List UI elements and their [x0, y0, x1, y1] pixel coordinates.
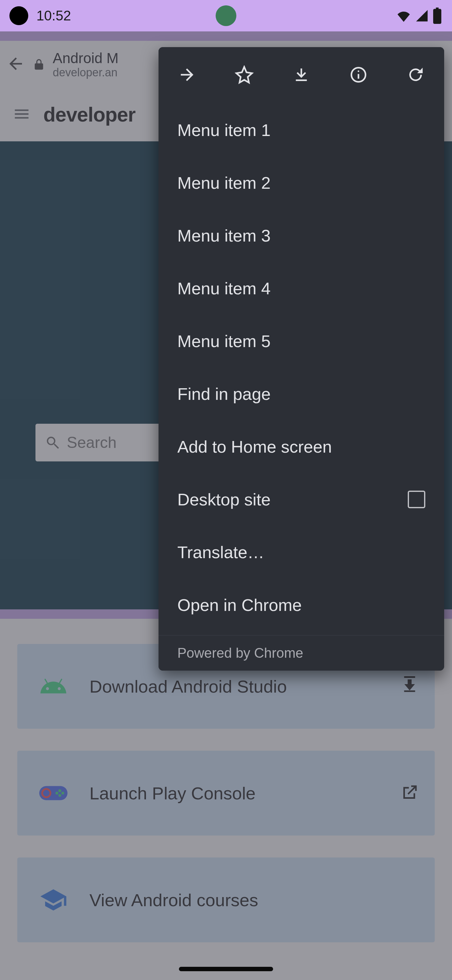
download-icon	[292, 65, 311, 86]
cards: Download Android Studio Launch Play Cons…	[0, 619, 452, 980]
gesture-handle-icon[interactable]	[179, 967, 273, 971]
info-button[interactable]	[330, 65, 387, 86]
card-play-console[interactable]: Launch Play Console	[17, 751, 435, 835]
notification-dot-icon	[10, 6, 28, 25]
signal-icon	[415, 9, 429, 22]
grad-cap-icon	[33, 886, 74, 914]
menu-item-desktop-site[interactable]: Desktop site	[159, 473, 444, 526]
hamburger-icon[interactable]	[13, 105, 31, 124]
menu-item-translate[interactable]: Translate…	[159, 526, 444, 579]
menu-item-5[interactable]: Menu item 5	[159, 315, 444, 368]
open-external-icon	[400, 783, 419, 803]
desktop-site-checkbox[interactable]	[408, 491, 425, 508]
page-url: developer.an	[53, 66, 119, 79]
arrow-forward-icon	[178, 65, 197, 86]
menu-item-4[interactable]: Menu item 4	[159, 262, 444, 315]
menu-item-1[interactable]: Menu item 1	[159, 103, 444, 156]
download-icon	[400, 676, 419, 696]
menu-item-find-in-page[interactable]: Find in page	[159, 368, 444, 420]
bookmark-button[interactable]	[216, 65, 273, 86]
menu-item-2[interactable]: Menu item 2	[159, 156, 444, 209]
menu-item-3[interactable]: Menu item 3	[159, 209, 444, 262]
android-icon	[33, 672, 74, 700]
card-label: Download Android Studio	[89, 676, 384, 697]
menu-iconrow	[159, 47, 444, 103]
status-bar: 10:52	[0, 0, 452, 32]
brand-label: developer	[43, 103, 135, 126]
wifi-icon	[395, 8, 412, 24]
star-icon	[235, 65, 254, 86]
card-label: View Android courses	[89, 890, 403, 910]
menu-item-add-home[interactable]: Add to Home screen	[159, 420, 444, 473]
svg-point-4	[59, 794, 61, 797]
clock: 10:52	[36, 8, 71, 24]
download-button[interactable]	[273, 65, 330, 86]
camera-hole-icon	[216, 5, 236, 26]
svg-point-3	[61, 792, 64, 794]
forward-button[interactable]	[159, 65, 216, 86]
svg-point-2	[59, 789, 61, 792]
card-label: Launch Play Console	[89, 783, 384, 803]
page-title: Android M	[53, 50, 119, 66]
lock-icon	[33, 58, 45, 71]
menu-footer-label: Powered by Chrome	[159, 635, 444, 671]
refresh-icon	[406, 65, 425, 86]
svg-point-5	[56, 792, 59, 794]
menu-item-open-chrome[interactable]: Open in Chrome	[159, 579, 444, 632]
overflow-menu: Menu item 1 Menu item 2 Menu item 3 Menu…	[159, 47, 444, 671]
console-icon	[33, 779, 74, 807]
card-courses[interactable]: View Android courses	[17, 858, 435, 942]
info-icon	[349, 65, 368, 86]
back-icon[interactable]	[6, 54, 25, 75]
svg-point-8	[358, 70, 359, 72]
battery-icon	[432, 8, 442, 24]
refresh-button[interactable]	[387, 65, 444, 86]
